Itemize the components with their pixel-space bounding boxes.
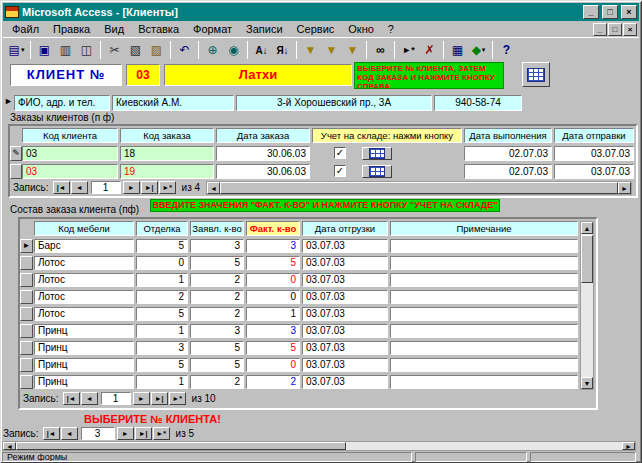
detail-record-selector[interactable] [20,290,33,304]
actual-qty-cell[interactable]: 3 [246,239,300,253]
finish-cell[interactable]: 0 [136,256,188,270]
client-name-field[interactable]: Латхи [164,64,352,86]
database-window-button[interactable]: ▦ [447,40,468,61]
cut-button[interactable]: ✂ [104,40,125,61]
orders-h-scrollbar[interactable]: ◄ ► [206,181,632,195]
actual-qty-cell[interactable]: 3 [246,324,300,338]
details-nav-last-button[interactable]: ►| [151,392,168,405]
main-current-record-field[interactable]: 3 [81,427,115,440]
apply-filter-button[interactable]: ▼ [342,40,363,61]
actual-qty-cell[interactable]: 5 [246,256,300,270]
details-nav-new-button[interactable]: ►* [169,392,186,405]
note-cell[interactable] [390,239,578,253]
main-scroll-thumb[interactable] [16,442,346,450]
actual-qty-cell[interactable]: 5 [246,341,300,355]
finish-cell[interactable]: 1 [136,324,188,338]
note-cell[interactable] [390,273,578,287]
furniture-cell[interactable]: Лотос [34,307,134,321]
detail-record-selector[interactable]: ► [20,239,33,253]
details-nav-prev-button[interactable]: ◄ [81,392,98,405]
ship-date-cell[interactable]: 03.07.03 [302,290,388,304]
contact-phone-field[interactable]: 940-58-74 [434,95,522,111]
main-nav-next-button[interactable]: ► [117,427,134,440]
note-cell[interactable] [390,358,578,372]
finish-cell[interactable]: 3 [136,341,188,355]
mdi-minimize-button[interactable]: _ [593,23,607,36]
filter-by-form-button[interactable]: ▼ [321,40,342,61]
main-nav-new-button[interactable]: ►* [153,427,170,440]
finish-cell[interactable]: 1 [136,375,188,389]
furniture-cell[interactable]: Лотос [34,290,134,304]
detail-record-selector[interactable] [20,273,33,287]
order-record-selector[interactable] [10,164,22,179]
stock-row-button[interactable] [362,165,392,178]
main-h-scrollbar[interactable]: ◄ ► [2,441,636,451]
furniture-cell[interactable]: Принц [34,324,134,338]
orders-scroll-thumb[interactable] [220,182,618,194]
close-button[interactable]: × [621,5,637,19]
menu-help[interactable]: ? [381,22,401,36]
details-scroll-thumb[interactable] [581,235,593,283]
ship-date-cell[interactable]: 03.07.03 [302,256,388,270]
detail-record-selector[interactable] [20,256,33,270]
mdi-close-button[interactable]: × [623,23,637,36]
note-cell[interactable] [390,307,578,321]
ship-date-cell[interactable]: 03.07.03 [302,341,388,355]
detail-record-selector[interactable] [20,358,33,372]
save-button[interactable]: ▣ [34,40,55,61]
main-nav-prev-button[interactable]: ◄ [61,427,78,440]
furniture-cell[interactable]: Принц [34,375,134,389]
orders-current-record-field[interactable]: 1 [91,181,121,194]
order-ship-date-cell[interactable]: 03.07.03 [554,164,634,179]
stock-row-button[interactable] [362,147,392,160]
web-toolbar-button[interactable]: ◉ [223,40,244,61]
menu-file[interactable]: Файл [5,22,46,36]
note-cell[interactable] [390,341,578,355]
furniture-cell[interactable]: Принц [34,358,134,372]
declared-qty-cell[interactable]: 2 [190,273,244,287]
actual-qty-cell[interactable]: 1 [246,307,300,321]
furniture-cell[interactable]: Барс [34,239,134,253]
finish-cell[interactable]: 5 [136,307,188,321]
order-client-code-cell[interactable]: 03 [22,164,118,179]
detail-record-selector[interactable] [20,324,33,338]
order-client-code-cell[interactable]: 03 [22,146,118,161]
furniture-cell[interactable]: Принц [34,341,134,355]
mdi-restore-button[interactable]: □ [608,23,622,36]
help-button[interactable]: ? [496,40,517,61]
finish-cell[interactable]: 5 [136,358,188,372]
order-ship-date-cell[interactable]: 03.07.03 [554,146,634,161]
orders-scroll-right-button[interactable]: ► [618,182,631,194]
order-date-cell[interactable]: 30.06.03 [216,146,310,161]
undo-button[interactable]: ↶ [174,40,195,61]
declared-qty-cell[interactable]: 5 [190,341,244,355]
declared-qty-cell[interactable]: 2 [190,307,244,321]
note-cell[interactable] [390,290,578,304]
orders-nav-new-button[interactable]: ►* [159,181,176,194]
actual-qty-cell[interactable]: 2 [246,375,300,389]
note-cell[interactable] [390,256,578,270]
details-scroll-up-button[interactable]: ▲ [581,222,593,234]
orders-nav-first-button[interactable]: |◄ [53,181,70,194]
contact-name-field[interactable]: Киевский А.М. [112,95,234,111]
order-done-date-cell[interactable]: 02.07.03 [464,164,552,179]
stock-checkbox[interactable]: ✓ [334,165,346,177]
details-v-scrollbar[interactable]: ▲ ▼ [580,221,594,390]
details-scroll-down-button[interactable]: ▼ [581,377,593,389]
finish-cell[interactable]: 2 [136,290,188,304]
sort-descending-button[interactable]: Я↓ [272,40,293,61]
furniture-cell[interactable]: Лотос [34,273,134,287]
orders-nav-next-button[interactable]: ► [123,181,140,194]
finish-cell[interactable]: 1 [136,273,188,287]
declared-qty-cell[interactable]: 5 [190,256,244,270]
ship-date-cell[interactable]: 03.07.03 [302,307,388,321]
declared-qty-cell[interactable]: 2 [190,290,244,304]
client-number-field[interactable]: 03 [126,64,160,86]
menu-format[interactable]: Формат [186,22,239,36]
menu-view[interactable]: Вид [97,22,131,36]
delete-record-button[interactable]: ✗ [419,40,440,61]
find-button[interactable]: ∞ [370,40,391,61]
orders-scroll-left-button[interactable]: ◄ [207,182,220,194]
new-record-button[interactable]: ►* [398,40,419,61]
detail-record-selector[interactable] [20,307,33,321]
